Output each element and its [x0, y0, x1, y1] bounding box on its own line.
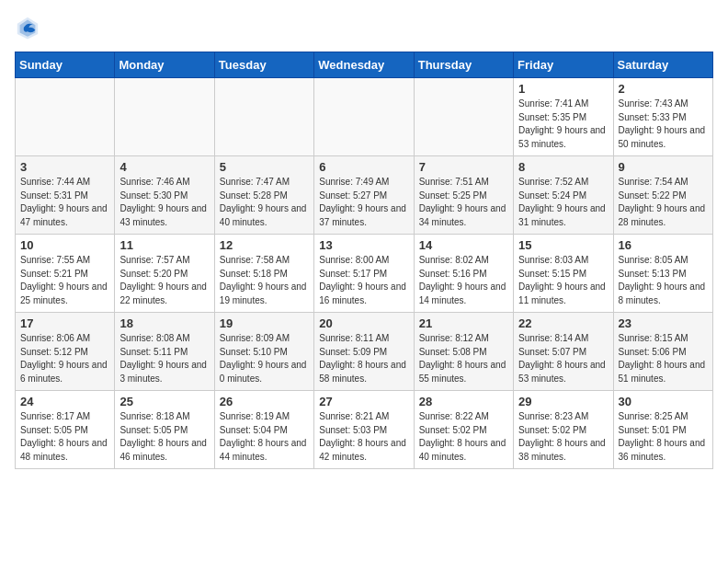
calendar-cell: 14Sunrise: 8:02 AM Sunset: 5:16 PM Dayli… [414, 235, 513, 313]
day-number: 19 [220, 316, 309, 330]
calendar-cell: 11Sunrise: 7:57 AM Sunset: 5:20 PM Dayli… [115, 235, 214, 313]
calendar-table: SundayMondayTuesdayWednesdayThursdayFrid… [15, 52, 713, 469]
calendar-cell: 7Sunrise: 7:51 AM Sunset: 5:25 PM Daylig… [414, 156, 513, 235]
day-number: 30 [619, 395, 708, 408]
weekday-header: Tuesday [214, 52, 313, 78]
day-info: Sunrise: 8:02 AM Sunset: 5:16 PM Dayligh… [419, 254, 508, 307]
calendar-cell: 15Sunrise: 8:03 AM Sunset: 5:15 PM Dayli… [514, 235, 613, 313]
day-number: 27 [319, 395, 408, 408]
day-info: Sunrise: 8:14 AM Sunset: 5:07 PM Dayligh… [518, 332, 608, 385]
day-number: 18 [119, 316, 209, 330]
day-number: 13 [319, 238, 408, 252]
day-number: 2 [619, 82, 708, 96]
page-header [15, 15, 713, 40]
day-info: Sunrise: 8:12 AM Sunset: 5:08 PM Dayligh… [419, 332, 508, 385]
day-number: 25 [119, 395, 209, 408]
day-info: Sunrise: 7:51 AM Sunset: 5:25 PM Dayligh… [419, 176, 508, 229]
day-number: 24 [20, 395, 109, 408]
day-number: 15 [518, 238, 608, 252]
calendar-cell: 25Sunrise: 8:18 AM Sunset: 5:05 PM Dayli… [115, 391, 214, 469]
day-number: 29 [518, 395, 608, 408]
weekday-header: Saturday [613, 52, 712, 78]
day-number: 9 [619, 160, 708, 174]
calendar-cell: 6Sunrise: 7:49 AM Sunset: 5:27 PM Daylig… [314, 156, 414, 235]
day-info: Sunrise: 7:43 AM Sunset: 5:33 PM Dayligh… [619, 98, 708, 151]
day-number: 8 [518, 160, 608, 174]
day-info: Sunrise: 7:49 AM Sunset: 5:27 PM Dayligh… [319, 176, 408, 229]
day-info: Sunrise: 7:55 AM Sunset: 5:21 PM Dayligh… [20, 254, 109, 307]
logo [15, 15, 44, 40]
day-info: Sunrise: 8:03 AM Sunset: 5:15 PM Dayligh… [518, 254, 608, 307]
day-info: Sunrise: 8:05 AM Sunset: 5:13 PM Dayligh… [619, 254, 708, 307]
calendar-cell: 27Sunrise: 8:21 AM Sunset: 5:03 PM Dayli… [314, 391, 414, 469]
calendar-cell: 12Sunrise: 7:58 AM Sunset: 5:18 PM Dayli… [214, 235, 313, 313]
day-info: Sunrise: 8:08 AM Sunset: 5:11 PM Dayligh… [119, 332, 209, 385]
weekday-header: Sunday [16, 52, 115, 78]
weekday-header: Thursday [414, 52, 513, 78]
header-row: SundayMondayTuesdayWednesdayThursdayFrid… [16, 52, 713, 78]
day-number: 17 [20, 316, 109, 330]
day-number: 12 [220, 238, 309, 252]
calendar-cell: 17Sunrise: 8:06 AM Sunset: 5:12 PM Dayli… [16, 313, 115, 391]
day-info: Sunrise: 8:15 AM Sunset: 5:06 PM Dayligh… [619, 332, 708, 385]
calendar-cell: 28Sunrise: 8:22 AM Sunset: 5:02 PM Dayli… [414, 391, 513, 469]
calendar-cell: 2Sunrise: 7:43 AM Sunset: 5:33 PM Daylig… [613, 78, 712, 156]
calendar-header: SundayMondayTuesdayWednesdayThursdayFrid… [16, 52, 713, 78]
day-info: Sunrise: 8:11 AM Sunset: 5:09 PM Dayligh… [319, 332, 408, 385]
day-number: 14 [419, 238, 508, 252]
calendar-cell: 4Sunrise: 7:46 AM Sunset: 5:30 PM Daylig… [115, 156, 214, 235]
calendar-cell: 10Sunrise: 7:55 AM Sunset: 5:21 PM Dayli… [16, 235, 115, 313]
calendar-cell: 30Sunrise: 8:25 AM Sunset: 5:01 PM Dayli… [613, 391, 712, 469]
calendar-cell: 24Sunrise: 8:17 AM Sunset: 5:05 PM Dayli… [16, 391, 115, 469]
day-number: 16 [619, 238, 708, 252]
day-info: Sunrise: 7:58 AM Sunset: 5:18 PM Dayligh… [220, 254, 309, 307]
calendar-cell [115, 78, 214, 156]
calendar-cell [214, 78, 313, 156]
calendar-cell: 5Sunrise: 7:47 AM Sunset: 5:28 PM Daylig… [214, 156, 313, 235]
day-info: Sunrise: 8:00 AM Sunset: 5:17 PM Dayligh… [319, 254, 408, 307]
calendar-cell [16, 78, 115, 156]
day-info: Sunrise: 8:25 AM Sunset: 5:01 PM Dayligh… [619, 410, 708, 464]
day-number: 7 [419, 160, 508, 174]
day-number: 4 [119, 160, 209, 174]
calendar-cell: 21Sunrise: 8:12 AM Sunset: 5:08 PM Dayli… [414, 313, 513, 391]
day-number: 26 [220, 395, 309, 408]
calendar-cell: 3Sunrise: 7:44 AM Sunset: 5:31 PM Daylig… [16, 156, 115, 235]
day-info: Sunrise: 8:18 AM Sunset: 5:05 PM Dayligh… [119, 410, 209, 464]
calendar-body: 1Sunrise: 7:41 AM Sunset: 5:35 PM Daylig… [16, 78, 713, 469]
calendar-cell [414, 78, 513, 156]
day-info: Sunrise: 8:09 AM Sunset: 5:10 PM Dayligh… [220, 332, 309, 385]
day-number: 21 [419, 316, 508, 330]
day-info: Sunrise: 8:17 AM Sunset: 5:05 PM Dayligh… [20, 410, 109, 464]
day-number: 3 [20, 160, 109, 174]
day-number: 5 [220, 160, 309, 174]
calendar-week-row: 1Sunrise: 7:41 AM Sunset: 5:35 PM Daylig… [16, 78, 713, 156]
calendar-cell: 22Sunrise: 8:14 AM Sunset: 5:07 PM Dayli… [514, 313, 613, 391]
calendar-cell: 19Sunrise: 8:09 AM Sunset: 5:10 PM Dayli… [214, 313, 313, 391]
calendar-cell: 9Sunrise: 7:54 AM Sunset: 5:22 PM Daylig… [613, 156, 712, 235]
calendar-week-row: 17Sunrise: 8:06 AM Sunset: 5:12 PM Dayli… [16, 313, 713, 391]
logo-icon [15, 15, 40, 40]
day-info: Sunrise: 8:21 AM Sunset: 5:03 PM Dayligh… [319, 410, 408, 464]
day-info: Sunrise: 8:23 AM Sunset: 5:02 PM Dayligh… [518, 410, 608, 464]
day-number: 10 [20, 238, 109, 252]
calendar-cell [314, 78, 414, 156]
calendar-week-row: 24Sunrise: 8:17 AM Sunset: 5:05 PM Dayli… [16, 391, 713, 469]
day-info: Sunrise: 7:57 AM Sunset: 5:20 PM Dayligh… [119, 254, 209, 307]
calendar-cell: 8Sunrise: 7:52 AM Sunset: 5:24 PM Daylig… [514, 156, 613, 235]
calendar-cell: 29Sunrise: 8:23 AM Sunset: 5:02 PM Dayli… [514, 391, 613, 469]
calendar-cell: 13Sunrise: 8:00 AM Sunset: 5:17 PM Dayli… [314, 235, 414, 313]
calendar-cell: 18Sunrise: 8:08 AM Sunset: 5:11 PM Dayli… [115, 313, 214, 391]
calendar-cell: 26Sunrise: 8:19 AM Sunset: 5:04 PM Dayli… [214, 391, 313, 469]
day-number: 11 [119, 238, 209, 252]
day-info: Sunrise: 7:54 AM Sunset: 5:22 PM Dayligh… [619, 176, 708, 229]
weekday-header: Monday [115, 52, 214, 78]
calendar-week-row: 10Sunrise: 7:55 AM Sunset: 5:21 PM Dayli… [16, 235, 713, 313]
calendar-week-row: 3Sunrise: 7:44 AM Sunset: 5:31 PM Daylig… [16, 156, 713, 235]
day-info: Sunrise: 7:41 AM Sunset: 5:35 PM Dayligh… [518, 98, 608, 151]
day-info: Sunrise: 7:44 AM Sunset: 5:31 PM Dayligh… [20, 176, 109, 229]
weekday-header: Wednesday [314, 52, 414, 78]
day-number: 1 [518, 82, 608, 96]
day-number: 22 [518, 316, 608, 330]
day-number: 23 [619, 316, 708, 330]
